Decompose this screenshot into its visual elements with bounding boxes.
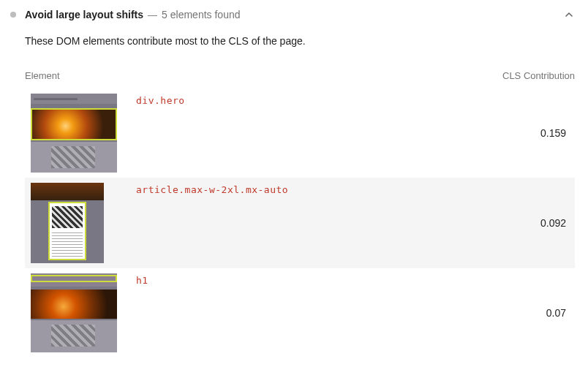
cls-value: 0.159 bbox=[512, 127, 570, 139]
cls-value: 0.092 bbox=[512, 217, 570, 229]
cls-value: 0.07 bbox=[512, 307, 570, 319]
element-selector: div.hero bbox=[136, 95, 185, 106]
col-element: Element bbox=[25, 70, 60, 81]
separator: — bbox=[148, 10, 157, 20]
audit-subtitle: 5 elements found bbox=[162, 9, 240, 20]
status-dot-icon bbox=[10, 12, 16, 18]
element-selector: h1 bbox=[136, 275, 148, 286]
cls-table: Element CLS Contribution div.hero 0.159 … bbox=[25, 67, 575, 357]
table-row[interactable]: article.max-w-2xl.mx-auto 0.092 bbox=[25, 178, 575, 268]
col-cls: CLS Contribution bbox=[502, 70, 575, 81]
element-selector: article.max-w-2xl.mx-auto bbox=[136, 184, 288, 195]
table-row[interactable]: h1 0.07 bbox=[25, 268, 575, 357]
audit-title: Avoid large layout shifts bbox=[25, 9, 143, 20]
audit-description: These DOM elements contribute most to th… bbox=[25, 35, 575, 47]
audit-header[interactable]: Avoid large layout shifts — 5 elements f… bbox=[7, 4, 575, 25]
chevron-up-icon[interactable] bbox=[563, 9, 575, 20]
element-thumbnail bbox=[31, 273, 117, 352]
table-row[interactable]: div.hero 0.159 bbox=[25, 88, 575, 178]
table-header: Element CLS Contribution bbox=[25, 67, 575, 88]
element-thumbnail bbox=[31, 94, 117, 173]
element-thumbnail bbox=[31, 183, 104, 263]
